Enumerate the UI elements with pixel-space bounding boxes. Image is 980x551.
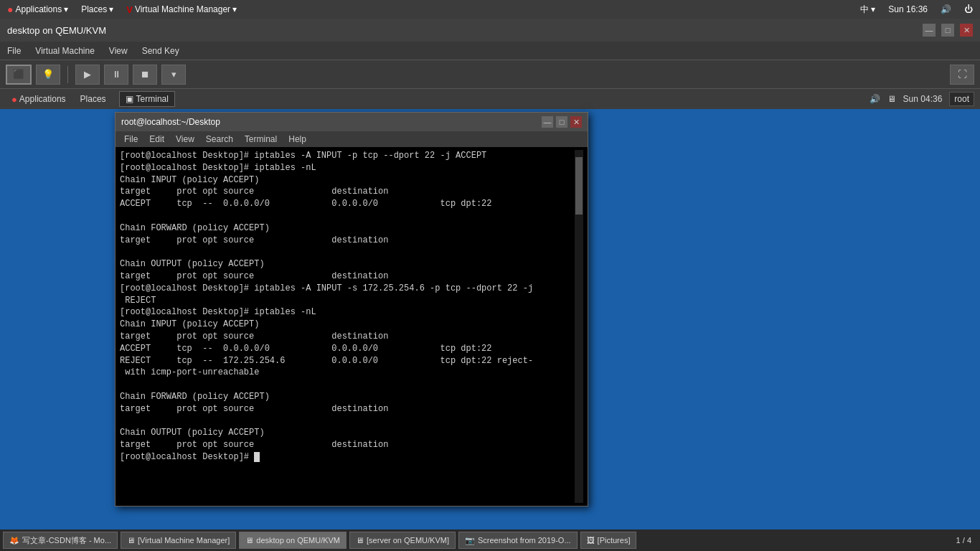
vm-maximize-button[interactable]: □ — [941, 24, 954, 37]
sound-icon: 🔊 — [941, 4, 951, 14]
system-bar-right: 中 ▾ Sun 16:36 🔊 ⏻ — [857, 4, 976, 16]
terminal-body[interactable]: [root@localhost Desktop]# iptables -A IN… — [116, 147, 588, 506]
terminal-menu-file[interactable]: File — [118, 134, 143, 144]
vm-window: desktop on QEMU/KVM — □ ✕ File Virtual M… — [0, 19, 980, 551]
guest-topbar: ● Applications Places ▣ Terminal 🔊 🖥 Sun… — [0, 89, 980, 109]
guest-time-label: Sun 04:36 — [903, 94, 943, 104]
firefox-icon: 🦊 — [9, 536, 19, 545]
terminal-titlebar-controls: — □ ✕ — [542, 116, 582, 128]
vm-content: ● Applications Places ▣ Terminal 🔊 🖥 Sun… — [0, 89, 980, 551]
vm-titlebar-controls: — □ ✕ — [923, 24, 973, 37]
guest-places-menu[interactable]: Places — [75, 89, 112, 109]
taskbar-item-0[interactable]: 🦊 写文章-CSDN博客 - Mo... — [3, 532, 118, 549]
terminal-title: root@localhost:~/Desktop — [121, 117, 220, 127]
toolbar-separator-1 — [67, 66, 68, 83]
vm-pause-button[interactable]: ⏸ — [104, 65, 128, 85]
taskbar-item-2[interactable]: 🖥 desktop on QEMU/KVM — [239, 532, 347, 549]
vm-server-icon: 🖥 — [356, 536, 364, 545]
vm-close-button[interactable]: ✕ — [960, 24, 973, 37]
terminal-content: [root@localhost Desktop]# iptables -A IN… — [120, 150, 575, 503]
vm-toolbar-right: ⛶ — [950, 65, 974, 85]
guest-apps-menu[interactable]: ● Applications — [6, 89, 72, 109]
terminal-menubar: File Edit View Search Terminal Help — [116, 131, 588, 147]
vm-menu-virtual-machine[interactable]: Virtual Machine — [28, 42, 102, 60]
terminal-menu-search[interactable]: Search — [200, 134, 239, 144]
vm-minimize-button[interactable]: — — [923, 24, 936, 37]
sysbar-vm-manager[interactable]: V Virtual Machine Manager ▾ — [123, 4, 240, 15]
sysbar-time: Sun 16:36 — [885, 4, 930, 14]
terminal-minimize-button[interactable]: — — [542, 116, 553, 128]
sysbar-apps[interactable]: ● Applications ▾ — [4, 4, 71, 15]
vm-titlebar: desktop on QEMU/KVM — □ ✕ — [0, 19, 980, 42]
vm-icon: V — [126, 4, 133, 15]
guest-apps-label: Applications — [19, 94, 66, 104]
vm-play-button[interactable]: ▶ — [75, 65, 100, 85]
guest-sound-icon[interactable]: 🔊 — [870, 94, 880, 104]
vm-manager-icon: 🖥 — [127, 536, 135, 545]
terminal-btn-label: Terminal — [136, 94, 169, 104]
vm-menu-send-key[interactable]: Send Key — [135, 42, 187, 60]
apps-chevron-icon: ▾ — [64, 4, 68, 14]
sysbar-apps-label: Applications — [15, 4, 62, 14]
terminal-menu-view[interactable]: View — [170, 134, 200, 144]
guest-topbar-right: 🔊 🖥 Sun 04:36 root — [870, 92, 974, 106]
guest-desktop: ● Applications Places ▣ Terminal 🔊 🖥 Sun… — [0, 89, 980, 551]
taskbar-pager: 1 / 4 — [951, 536, 977, 545]
screenshot-icon: 📷 — [465, 536, 475, 545]
system-bar-left: ● Applications ▾ Places ▾ V Virtual Mach… — [4, 4, 240, 15]
guest-user-label: root — [949, 92, 974, 106]
apps-icon: ● — [7, 4, 13, 15]
taskbar-item-3[interactable]: 🖥 [server on QEMU/KVM] — [349, 532, 456, 549]
guest-apps-icon: ● — [11, 94, 17, 105]
vm-screen-button[interactable]: ⬛ — [6, 65, 32, 85]
vm-more-button[interactable]: ▾ — [161, 65, 186, 85]
terminal-scrollbar[interactable] — [575, 150, 583, 503]
taskbar-item-1[interactable]: 🖥 [Virtual Machine Manager] — [121, 532, 236, 549]
vm-stop-button[interactable]: ⏹ — [133, 65, 157, 85]
taskbar-item-5[interactable]: 🖼 [Pictures] — [580, 532, 637, 549]
vm-menu-file[interactable]: File — [0, 42, 28, 60]
sysbar-places-label: Places — [81, 4, 107, 14]
terminal-close-button[interactable]: ✕ — [570, 116, 582, 128]
power-icon: ⏻ — [964, 4, 973, 14]
lang-chevron-icon: ▾ — [871, 4, 875, 14]
terminal-menu-edit[interactable]: Edit — [143, 134, 170, 144]
vm-chevron-icon: ▾ — [232, 4, 237, 14]
terminal-icon: ▣ — [126, 94, 133, 104]
terminal-scrollbar-thumb[interactable] — [575, 157, 583, 215]
terminal-titlebar: root@localhost:~/Desktop — □ ✕ — [116, 113, 588, 131]
vm-menu-view[interactable]: View — [102, 42, 135, 60]
vm-toolbar: ⬛ 💡 ▶ ⏸ ⏹ ▾ ⛶ — [0, 60, 980, 89]
sysbar-sound[interactable]: 🔊 — [938, 4, 954, 14]
vm-title: desktop on QEMU/KVM — [7, 25, 106, 36]
system-bar: ● Applications ▾ Places ▾ V Virtual Mach… — [0, 0, 980, 19]
lang-label: 中 — [860, 4, 869, 16]
time-label: Sun 16:36 — [888, 4, 928, 14]
sysbar-places[interactable]: Places ▾ — [78, 4, 116, 14]
places-chevron-icon: ▾ — [109, 4, 113, 14]
terminal-cursor — [254, 452, 260, 462]
terminal-menu-terminal[interactable]: Terminal — [239, 134, 283, 144]
vm-desktop-icon: 🖥 — [245, 536, 253, 545]
guest-topbar-left: ● Applications Places ▣ Terminal — [6, 89, 175, 109]
guest-taskbar: 🦊 写文章-CSDN博客 - Mo... 🖥 [Virtual Machine … — [0, 529, 980, 551]
vm-bulb-button[interactable]: 💡 — [36, 65, 60, 85]
taskbar-item-4[interactable]: 📷 Screenshot from 2019-O... — [458, 532, 578, 549]
guest-places-label: Places — [80, 94, 106, 104]
terminal-maximize-button[interactable]: □ — [556, 116, 567, 128]
guest-screen-icon[interactable]: 🖥 — [887, 94, 896, 104]
sysbar-vm-label: Virtual Machine Manager — [135, 4, 230, 14]
vm-menubar: File Virtual Machine View Send Key — [0, 42, 980, 60]
sysbar-power[interactable]: ⏻ — [961, 4, 976, 14]
vm-fullscreen-button[interactable]: ⛶ — [950, 65, 974, 85]
sysbar-lang[interactable]: 中 ▾ — [857, 4, 878, 16]
terminal-menu-help[interactable]: Help — [283, 134, 312, 144]
terminal-taskbar-button[interactable]: ▣ Terminal — [119, 91, 175, 107]
pictures-icon: 🖼 — [587, 536, 595, 545]
terminal-window: root@localhost:~/Desktop — □ ✕ File Edit… — [115, 112, 588, 507]
